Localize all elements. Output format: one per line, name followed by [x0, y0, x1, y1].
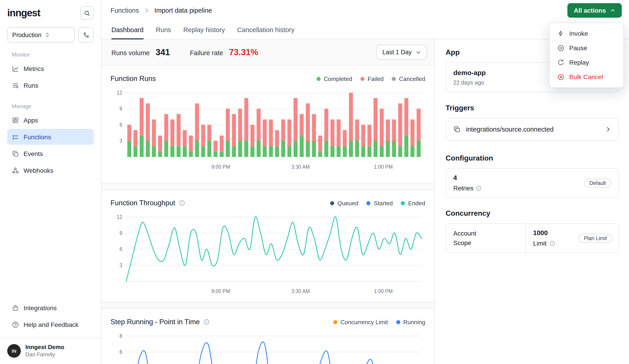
menu-item-invoke[interactable]: Invoke: [553, 26, 620, 41]
svg-text:12: 12: [117, 90, 122, 96]
legend-dot: [396, 320, 400, 324]
time-range-selector[interactable]: Last 1 Day: [377, 45, 427, 60]
sidebar-item-label: Webhooks: [23, 167, 53, 174]
all-actions-button[interactable]: All actions: [567, 3, 622, 18]
retries-card: 4 Retries Default: [446, 168, 619, 198]
sidebar-item-events[interactable]: Events: [7, 146, 94, 161]
sidebar-item-label: Integrations: [23, 304, 57, 311]
runs-volume-label: Runs volume: [111, 49, 150, 56]
configuration-heading: Configuration: [446, 154, 619, 162]
tab-dashboard[interactable]: Dashboard: [111, 21, 144, 39]
sidebar-item-label: Help and Feedback: [23, 321, 79, 328]
inngest-dashboard: inngest Production Monitor: [0, 0, 629, 364]
workflow-icon: [83, 31, 89, 38]
metrics-icon: [12, 65, 19, 72]
event-icon: [453, 126, 461, 133]
trigger-row[interactable]: integrations/source.connected: [446, 118, 619, 141]
apps-icon: [12, 116, 19, 124]
sidebar-item-metrics[interactable]: Metrics: [7, 61, 94, 77]
menu-item-bulk-cancel[interactable]: Bulk Cancel: [553, 70, 620, 84]
sidebar-item-help[interactable]: Help and Feedback: [7, 317, 94, 332]
bolt-icon: [557, 30, 564, 37]
legend-item-cancelled: Cancelled: [392, 75, 425, 82]
step-running-header: Step Running - Point in Time Concurrency…: [111, 315, 425, 329]
legend-item-queued: Queued: [330, 200, 358, 206]
inngest-logo: inngest: [7, 7, 40, 19]
info-icon[interactable]: [204, 319, 210, 325]
chevrons-up-down-icon: [44, 32, 70, 38]
step-running-legend: Concurrency Limit Running: [333, 319, 425, 325]
integrations-icon: [12, 304, 19, 311]
concurrency-scope: Account Scope: [446, 224, 525, 252]
trigger-name: integrations/source.connected: [466, 126, 554, 133]
menu-item-pause[interactable]: Pause: [553, 41, 620, 55]
menu-item-replay[interactable]: Replay: [553, 55, 620, 70]
sidebar-item-runs[interactable]: Runs: [7, 77, 94, 93]
user-info: Inngest Demo Dan Farrelly: [25, 344, 64, 358]
svg-text:1:00 PM: 1:00 PM: [374, 288, 393, 294]
info-icon[interactable]: [549, 240, 555, 246]
environment-settings-button[interactable]: [78, 27, 94, 42]
limit-label: Limit: [533, 240, 547, 247]
concurrency-limit: 1000 Limit Plan Limit: [525, 224, 619, 252]
info-icon[interactable]: [476, 185, 482, 191]
triggers-heading: Triggers: [446, 104, 619, 112]
legend-dot: [360, 77, 364, 81]
legend-item-concurrency-limit: Concurrency Limit: [333, 319, 388, 325]
chart-title: Step Running - Point in Time: [111, 318, 200, 326]
svg-text:8: 8: [120, 333, 122, 339]
chevron-down-icon: [416, 50, 421, 55]
svg-text:12: 12: [117, 214, 122, 220]
breadcrumb-functions[interactable]: Functions: [111, 7, 139, 14]
breadcrumb-chevron-icon: [144, 7, 150, 13]
time-range-label: Last 1 Day: [382, 49, 412, 56]
legend-item-completed: Completed: [316, 75, 352, 82]
svg-text:3:30 AM: 3:30 AM: [291, 288, 310, 294]
svg-text:6: 6: [120, 122, 122, 128]
legend-dot: [333, 320, 337, 324]
stats-row: Runs volume 341 Failure rate 73.31% Last…: [101, 39, 434, 65]
search-icon: [84, 10, 90, 16]
retries-info: 4 Retries: [453, 174, 482, 192]
search-button[interactable]: [80, 6, 94, 20]
function-details-panel: App demo-app 22 days ago Triggers integr…: [434, 39, 629, 364]
runs-volume-value: 341: [156, 47, 170, 57]
svg-text:6: 6: [120, 349, 122, 355]
runs-icon: [12, 82, 19, 89]
sidebar-item-integrations[interactable]: Integrations: [7, 300, 94, 316]
tab-runs[interactable]: Runs: [156, 21, 171, 39]
environment-label: Production: [12, 31, 41, 38]
retries-value: 4: [453, 174, 482, 181]
sidebar-item-label: Events: [23, 150, 43, 157]
app-root: inngest Production Monitor: [0, 0, 629, 364]
user-menu[interactable]: IN Inngest Demo Dan Farrelly: [0, 338, 101, 364]
tab-cancellation-history[interactable]: Cancellation history: [237, 21, 294, 39]
svg-text:9:00 PM: 9:00 PM: [211, 288, 230, 294]
chart-title: Function Throughput: [111, 199, 175, 207]
tab-replay-history[interactable]: Replay history: [183, 21, 225, 39]
svg-text:3:30 AM: 3:30 AM: [291, 164, 310, 170]
pause-icon: [557, 44, 564, 52]
function-runs-header: Function Runs Completed Failed Cancelled: [111, 72, 425, 86]
svg-text:9:00 PM: 9:00 PM: [211, 164, 230, 170]
concurrency-card: Account Scope 1000 Limit: [446, 223, 619, 253]
content: Runs volume 341 Failure rate 73.31% Last…: [101, 39, 629, 364]
sidebar-header: inngest: [7, 6, 94, 20]
legend-dot: [401, 201, 405, 205]
avatar: IN: [7, 344, 21, 358]
section-label-monitor: Monitor: [12, 52, 94, 58]
sidebar-item-apps[interactable]: Apps: [7, 112, 94, 128]
sidebar-item-webhooks[interactable]: Webhooks: [7, 162, 94, 178]
sidebar-item-functions[interactable]: Functions: [7, 129, 94, 145]
function-runs-chart: 369129:00 PM3:30 AM1:00 PM: [111, 89, 425, 172]
sidebar: inngest Production Monitor: [0, 0, 101, 364]
legend-dot: [330, 201, 334, 205]
step-running-chart: 2468: [111, 332, 425, 364]
environment-selector[interactable]: Production: [7, 27, 75, 42]
legend-dot: [392, 77, 396, 81]
info-icon[interactable]: [179, 200, 185, 206]
webhooks-icon: [12, 167, 19, 174]
chevron-up-icon: [610, 8, 616, 13]
all-actions-menu: Invoke Pause Replay Bulk Cancel: [549, 23, 624, 88]
functions-icon: [12, 133, 19, 140]
